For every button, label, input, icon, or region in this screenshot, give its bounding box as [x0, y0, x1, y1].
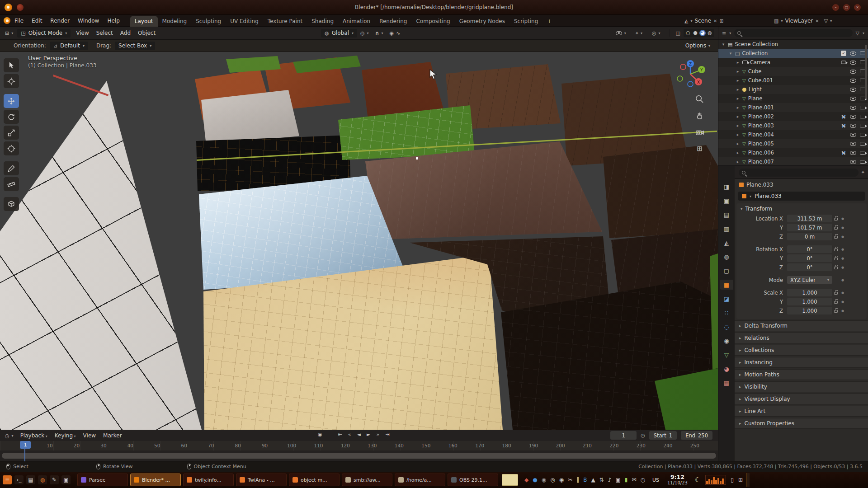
- collection-checkbox[interactable]: ✓: [841, 51, 846, 56]
- scale-x-field[interactable]: 1.000: [787, 289, 832, 296]
- hide-viewport-eye-icon[interactable]: [850, 151, 856, 155]
- shading-wireframe-icon[interactable]: ○: [685, 30, 691, 36]
- terminal-icon[interactable]: ›_: [14, 475, 24, 484]
- taskbar-window-blender[interactable]: Blender* ...: [130, 474, 181, 486]
- outliner-row-cube[interactable]: ▸▽Cube: [718, 67, 868, 76]
- hide-viewport-eye-icon[interactable]: [850, 133, 856, 137]
- unlink-viewlayer-icon[interactable]: ✕: [815, 19, 819, 23]
- disable-render-camera-icon[interactable]: [860, 151, 865, 155]
- drag-mode-dropdown[interactable]: Select Box ▾: [115, 42, 155, 50]
- show-desktop-button[interactable]: [746, 473, 750, 487]
- animate-dot-icon[interactable]: ●: [840, 235, 846, 239]
- next-keyframe-button[interactable]: »: [375, 431, 381, 438]
- section-collections[interactable]: ▸Collections: [735, 345, 868, 356]
- sticky-note-widget[interactable]: [502, 474, 518, 486]
- trash-icon[interactable]: ▯: [731, 477, 734, 483]
- files-icon[interactable]: ▤: [26, 475, 35, 484]
- section-visibility[interactable]: ▸Visibility: [735, 381, 868, 392]
- z-field[interactable]: 0°: [787, 263, 832, 271]
- filter-icon[interactable]: ▽: [824, 18, 828, 24]
- outliner-row-plane-001[interactable]: ▸▽Plane.001: [718, 103, 868, 112]
- orientation-default-dropdown[interactable]: ⊿ Default ▾: [50, 42, 88, 50]
- hide-viewport-eye-icon[interactable]: [850, 52, 856, 56]
- transform-panel-header[interactable]: ▾ Transform: [736, 203, 867, 214]
- app-menu-icon[interactable]: ≡: [3, 475, 12, 484]
- filter-funnel-icon[interactable]: ▽: [856, 30, 859, 36]
- text-editor-icon[interactable]: ✎: [50, 475, 59, 484]
- section-delta-transform[interactable]: ▸Delta Transform: [735, 320, 868, 331]
- steam-icon[interactable]: ◉: [559, 477, 564, 483]
- outliner-row-plane-007[interactable]: ▸▽Plane.007: [718, 157, 868, 166]
- pause-icon[interactable]: ‖: [576, 477, 579, 483]
- orthographic-grid-icon[interactable]: ⊞: [697, 145, 703, 153]
- show-object-types-button[interactable]: ▾: [613, 28, 629, 38]
- disable-render-camera-icon[interactable]: [860, 106, 865, 109]
- properties-tab-object[interactable]: ■: [720, 280, 733, 290]
- battery-icon[interactable]: ▮: [625, 477, 628, 483]
- hide-viewport-eye-icon[interactable]: [850, 88, 856, 92]
- minimize-button[interactable]: –: [832, 4, 839, 11]
- disclosure-arrow-icon[interactable]: ▾: [721, 42, 726, 47]
- menu-render[interactable]: Render: [46, 15, 74, 27]
- outliner-row-collection[interactable]: ▾▢Collection✓: [718, 49, 868, 58]
- taskbar-window-parsec[interactable]: Parsec: [77, 474, 128, 486]
- transform-tool[interactable]: [4, 141, 19, 155]
- tab-sculpting[interactable]: Sculpting: [191, 16, 226, 27]
- menu-window[interactable]: Window: [74, 15, 103, 27]
- properties-tab-constraints[interactable]: ◉: [720, 336, 733, 346]
- shading-rendered-icon[interactable]: ◍: [707, 30, 713, 36]
- move-tool[interactable]: [4, 94, 19, 108]
- obs-icon[interactable]: ◎: [550, 477, 555, 483]
- properties-tab-scene[interactable]: ◭: [720, 238, 733, 248]
- rotate-tool[interactable]: [4, 110, 19, 124]
- maximize-button[interactable]: □: [843, 4, 850, 11]
- section-relations[interactable]: ▸Relations: [735, 333, 868, 343]
- play-reverse-button[interactable]: ◄: [356, 431, 362, 438]
- menu-file[interactable]: File: [10, 15, 28, 27]
- taskbar-window-obs-29-1[interactable]: OBS 29.1...: [448, 474, 498, 486]
- outliner-row-camera[interactable]: ▸Camera: [718, 58, 868, 67]
- animate-dot-icon[interactable]: ●: [840, 226, 846, 230]
- timeline-editor-type-button[interactable]: ◷ ▾: [2, 431, 17, 441]
- disable-render-camera-icon[interactable]: [860, 124, 865, 127]
- current-frame-field[interactable]: 1: [610, 431, 637, 440]
- section-viewport-display[interactable]: ▸Viewport Display: [735, 394, 868, 404]
- modifier-wrench-icon[interactable]: [841, 150, 846, 155]
- disable-render-camera-icon[interactable]: [860, 133, 865, 136]
- modifier-wrench-icon[interactable]: [841, 114, 846, 119]
- outliner-row-cube-001[interactable]: ▸▽Cube.001: [718, 76, 868, 85]
- hide-viewport-eye-icon[interactable]: [850, 124, 856, 128]
- disclosure-arrow-icon[interactable]: ▸: [736, 60, 740, 65]
- animate-dot-icon[interactable]: ●: [840, 278, 846, 282]
- screenshot-icon[interactable]: ▣: [61, 475, 71, 484]
- shading-solid-icon[interactable]: ●: [692, 30, 698, 36]
- animate-dot-icon[interactable]: ●: [840, 309, 846, 313]
- outliner-row-plane-003[interactable]: ▸▽Plane.003: [718, 121, 868, 130]
- disclosure-arrow-icon[interactable]: ▸: [736, 132, 740, 137]
- properties-tab-output[interactable]: ▤: [720, 210, 733, 220]
- cursor-tool[interactable]: [4, 74, 19, 88]
- timeline-menu-marker[interactable]: Marker: [99, 432, 125, 439]
- hide-viewport-eye-icon[interactable]: [850, 70, 856, 74]
- disclosure-arrow-icon[interactable]: ▸: [736, 123, 740, 128]
- lock-icon[interactable]: [834, 249, 838, 251]
- scissors-icon[interactable]: ✂: [568, 477, 572, 483]
- y-field[interactable]: 101.57 m: [787, 224, 832, 231]
- disclosure-arrow-icon[interactable]: ▸: [736, 87, 740, 92]
- proportional-edit-button[interactable]: ◉ ∿: [387, 28, 404, 38]
- z-field[interactable]: 1.000: [787, 307, 832, 314]
- viewport-menu-add[interactable]: Add: [117, 30, 134, 36]
- modifier-wrench-icon[interactable]: [841, 123, 846, 128]
- properties-tab-collection[interactable]: ▢: [720, 266, 733, 276]
- transform-orientation-dropdown[interactable]: ◍ Global ▾: [321, 29, 357, 38]
- timeline-scrollbar[interactable]: [2, 453, 716, 459]
- browser-icon[interactable]: ◍: [38, 475, 47, 484]
- taskbar-window-smb-aw[interactable]: smb://aw...: [342, 474, 392, 486]
- close-button[interactable]: ✕: [854, 4, 861, 11]
- display-icon[interactable]: ▣: [615, 477, 620, 483]
- tab-compositing[interactable]: Compositing: [411, 16, 454, 27]
- lock-icon[interactable]: [834, 258, 838, 260]
- z-field[interactable]: 0 m: [787, 233, 832, 240]
- shading-material-icon[interactable]: ◕: [699, 30, 706, 36]
- properties-tab-view-layer[interactable]: ▥: [720, 224, 733, 234]
